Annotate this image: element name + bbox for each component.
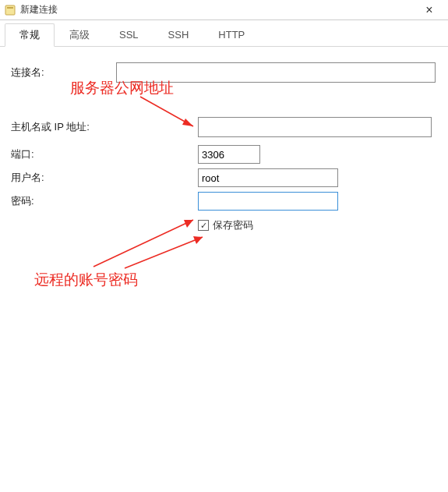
row-password: 密码: bbox=[11, 192, 437, 211]
row-user: 用户名: bbox=[11, 168, 437, 187]
annotation-password-hint: 远程的账号密码 bbox=[34, 270, 138, 290]
tab-advanced[interactable]: 高级 bbox=[55, 23, 104, 46]
window-title: 新建连接 bbox=[20, 3, 415, 16]
tab-label: 高级 bbox=[69, 28, 90, 42]
host-input[interactable] bbox=[198, 117, 432, 137]
close-button[interactable]: × bbox=[415, 5, 443, 16]
row-host: 主机名或 IP 地址: bbox=[11, 117, 437, 137]
password-input[interactable] bbox=[198, 192, 338, 211]
row-save-password: ✓ 保存密码 bbox=[11, 218, 437, 232]
save-password-label: 保存密码 bbox=[213, 218, 253, 232]
save-password-checkbox[interactable]: ✓ bbox=[198, 220, 209, 231]
tab-label: HTTP bbox=[218, 29, 245, 41]
window-titlebar: 新建连接 × bbox=[0, 0, 448, 20]
tab-http[interactable]: HTTP bbox=[203, 23, 259, 46]
svg-rect-0 bbox=[5, 5, 15, 15]
tab-label: SSL bbox=[119, 29, 139, 41]
connection-name-label: 连接名: bbox=[11, 65, 97, 80]
port-input[interactable] bbox=[198, 145, 260, 164]
tabstrip: 常规 高级 SSL SSH HTTP bbox=[0, 20, 448, 47]
row-connection-name: 连接名: bbox=[11, 62, 437, 83]
tab-general[interactable]: 常规 bbox=[5, 23, 55, 47]
host-label: 主机名或 IP 地址: bbox=[11, 120, 97, 134]
user-label: 用户名: bbox=[11, 171, 97, 185]
svg-rect-1 bbox=[7, 7, 13, 9]
tab-ssh[interactable]: SSH bbox=[153, 23, 204, 46]
row-port: 端口: bbox=[11, 145, 437, 164]
port-label: 端口: bbox=[11, 147, 97, 161]
user-input[interactable] bbox=[198, 168, 338, 187]
app-icon bbox=[5, 5, 16, 16]
tab-ssl[interactable]: SSL bbox=[104, 23, 153, 46]
tab-label: SSH bbox=[168, 29, 189, 41]
check-icon: ✓ bbox=[200, 221, 207, 230]
connection-name-input[interactable] bbox=[116, 62, 436, 83]
password-label: 密码: bbox=[11, 194, 97, 208]
tab-label: 常规 bbox=[19, 28, 40, 42]
form-area: 连接名: 主机名或 IP 地址: 端口: 用户名: 密码: ✓ 保存密码 bbox=[0, 47, 448, 254]
